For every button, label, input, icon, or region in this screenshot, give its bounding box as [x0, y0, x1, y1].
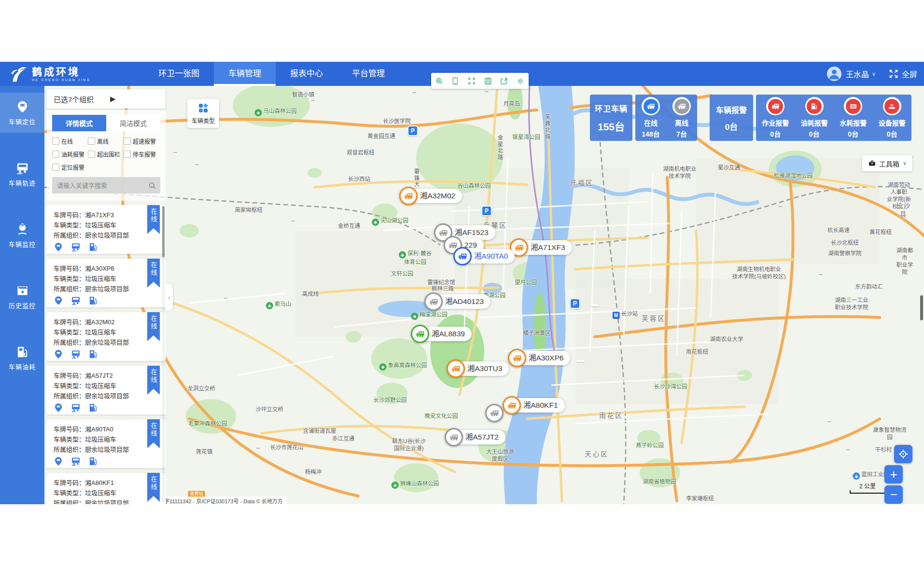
locate-vehicle-icon[interactable]	[54, 296, 63, 305]
toolbox-icon	[868, 159, 876, 167]
stat-work-alarm[interactable]: 作业报警 0台	[756, 95, 795, 141]
panel-controls: 详情模式 简洁模式 在线离线超速报警油耗报警超出围栏停车报警定位报警	[47, 110, 166, 201]
truck-icon	[445, 428, 463, 446]
stat-card-vehicle-alarm[interactable]: 车辆报警 0台	[710, 95, 753, 141]
checkbox-icon	[52, 151, 59, 158]
settings-icon[interactable]	[516, 77, 525, 85]
stat-online[interactable]: 在线 148台	[635, 95, 666, 141]
panel-scrollbar[interactable]	[162, 206, 165, 502]
sidebar-item-vehicle-monitor[interactable]: 车辆监控	[0, 215, 44, 255]
stat-water-alarm[interactable]: 水耗报警 0台	[834, 95, 873, 141]
camera-icon	[16, 223, 29, 236]
sidebar: 车辆定位 车辆轨迹 车辆监控 历史监控 车辆油耗	[0, 86, 44, 504]
plate-value: 湘A32M02	[85, 318, 114, 326]
track-vehicle-icon[interactable]	[71, 456, 81, 466]
nav-item-platform[interactable]: 平台管理	[337, 62, 399, 86]
page-scrollbar[interactable]	[920, 295, 923, 320]
filter-checkbox[interactable]: 在线	[52, 137, 88, 145]
vehicle-card[interactable]: 车牌号码：湘A71XF3车辆类型：垃圾压缩车所属组织：厨余垃圾项目部在线	[47, 205, 166, 254]
parking-icon: P	[481, 206, 492, 216]
type-label: 车辆类型：	[54, 489, 85, 497]
filter-checkbox[interactable]: 超速报警	[124, 137, 159, 145]
locate-vehicle-icon[interactable]	[54, 242, 63, 252]
fullscreen-button[interactable]: 全屏	[888, 68, 917, 80]
road-badge	[291, 221, 295, 221]
vehicle-card[interactable]: 车牌号码：湘A30XP6车辆类型：垃圾压缩车所属组织：厨余垃圾项目部在线	[47, 259, 166, 307]
user-name[interactable]: 王水晶	[846, 68, 869, 80]
vehicle-type-button[interactable]: 车辆类型	[187, 99, 219, 128]
stat-card-alarms[interactable]: 作业报警 0台 油耗报警 0台 水耗报警 0台 设备报警 0台	[756, 95, 911, 141]
org-label: 所属组织：	[54, 392, 85, 400]
track-vehicle-icon[interactable]	[71, 296, 81, 305]
sidebar-item-vehicle-location[interactable]: 车辆定位	[0, 93, 44, 133]
chevron-down-icon[interactable]: ∨	[872, 71, 876, 77]
truck-icon	[508, 349, 526, 367]
stat-offline[interactable]: 离线 7台	[666, 95, 697, 141]
locate-vehicle-icon[interactable]	[54, 349, 63, 359]
road-badge	[846, 449, 850, 450]
nav-item-overview[interactable]: 环卫一张图	[144, 62, 214, 86]
zoom-out-button[interactable]: −	[884, 485, 903, 504]
mode-tabs: 详情模式 简洁模式	[52, 115, 160, 131]
filter-checkbox[interactable]: 定位报警	[52, 163, 88, 171]
fuel-record-icon[interactable]	[88, 242, 98, 252]
filter-checkbox[interactable]: 停车报警	[124, 150, 159, 158]
stat-device-alarm[interactable]: 设备报警 0台	[873, 95, 912, 141]
panel-collapse-button[interactable]: ‹	[166, 284, 173, 311]
search-icon[interactable]	[148, 181, 156, 190]
nav-menu: 环卫一张图 车辆管理 报表中心 平台管理	[144, 62, 399, 86]
chevron-down-icon: ∨	[903, 160, 907, 166]
vehicle-card[interactable]: 车牌号码：湘A57JT2车辆类型：垃圾压缩车所属组织：厨余垃圾项目部在线	[47, 366, 166, 414]
org-label: 所属组织：	[54, 232, 85, 239]
truck-icon	[503, 396, 521, 414]
stat-fuel-alarm[interactable]: 油耗报警 0台	[795, 95, 834, 141]
filter-checkbox[interactable]: 超出围栏	[88, 150, 124, 158]
vehicle-card[interactable]: 车牌号码：湘A90TA0车辆类型：垃圾压缩车所属组织：厨余垃圾项目部在线	[47, 419, 166, 468]
truck-icon	[411, 325, 429, 343]
panel-scrollbar-thumb[interactable]	[162, 206, 165, 257]
type-value: 垃圾压缩车	[85, 382, 116, 389]
locate-button[interactable]	[894, 445, 912, 463]
fuel-record-icon[interactable]	[88, 296, 98, 305]
nav-item-reports[interactable]: 报表中心	[276, 62, 337, 86]
device-icon[interactable]	[451, 77, 460, 85]
fullscreen-label: 全屏	[902, 68, 917, 80]
toolbox-button[interactable]: 工具箱 ∨	[862, 155, 912, 171]
track-vehicle-icon[interactable]	[71, 349, 81, 359]
fuel-record-icon[interactable]	[88, 349, 98, 359]
fuel-record-icon[interactable]	[88, 403, 98, 413]
share-icon[interactable]	[500, 77, 508, 85]
stat-card-online-offline[interactable]: 在线 148台 离线 7台	[635, 95, 697, 141]
avatar[interactable]	[827, 67, 841, 81]
sidebar-item-history-monitor[interactable]: 历史监控	[0, 276, 44, 317]
tab-simple-mode[interactable]: 简洁模式	[106, 115, 160, 131]
nav-item-vehicle-mgmt[interactable]: 车辆管理	[214, 62, 276, 86]
filter-checkbox[interactable]: 离线	[88, 137, 124, 145]
filter-checkbox[interactable]: 油耗报警	[52, 150, 88, 158]
tab-detail-mode[interactable]: 详情模式	[52, 115, 106, 131]
zoom-in-button[interactable]: +	[884, 465, 903, 483]
vehicle-card[interactable]: 车牌号码：湘A32M02车辆类型：垃圾压缩车所属组织：厨余垃圾项目部在线	[47, 312, 166, 361]
track-vehicle-icon[interactable]	[71, 403, 81, 413]
fuel-record-icon[interactable]	[88, 456, 98, 466]
search-input[interactable]	[56, 181, 148, 190]
org-label: 所属组织：	[54, 285, 85, 292]
track-vehicle-icon[interactable]	[71, 242, 81, 252]
road-badge	[256, 448, 260, 449]
locate-vehicle-icon[interactable]	[54, 456, 63, 466]
vehicle-card[interactable]: 车牌号码：湘A80KF1车辆类型：垃圾压缩车所属组织：厨余垃圾项目部在线	[47, 473, 166, 504]
plate-label: 车牌号码：	[54, 372, 85, 379]
type-value: 垃圾压缩车	[85, 436, 116, 443]
sidebar-item-vehicle-fuel[interactable]: 车辆油耗	[0, 338, 44, 378]
sidebar-item-vehicle-track[interactable]: 车辆轨迹	[0, 154, 44, 194]
save-icon[interactable]	[484, 77, 492, 85]
stat-card-fleet[interactable]: 环卫车辆 155台	[590, 95, 632, 141]
road-badge	[819, 274, 823, 275]
zoom-search-icon[interactable]	[435, 77, 444, 85]
org-selector[interactable]: 已选7个组织 ▶	[47, 89, 166, 109]
map-canvas[interactable]: 智造小镇乌山森林公园长沙医学院黄金园互通月亮岛银星湾公园观音岩枢纽金星北路芙蓉北…	[44, 86, 924, 504]
expand-icon[interactable]	[467, 77, 476, 85]
vehicle-card-list: 车牌号码：湘A71XF3车辆类型：垃圾压缩车所属组织：厨余垃圾项目部在线车牌号码…	[47, 205, 166, 504]
org-value: 厨余垃圾项目部	[85, 285, 129, 292]
locate-vehicle-icon[interactable]	[54, 403, 63, 413]
